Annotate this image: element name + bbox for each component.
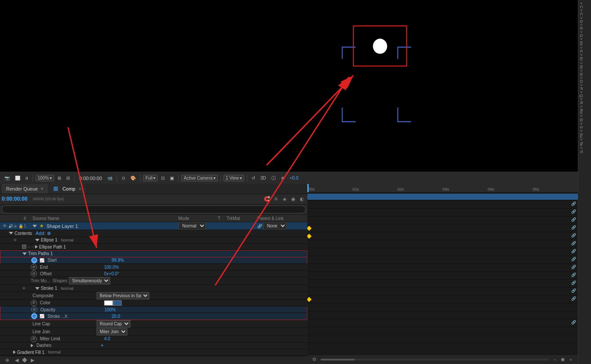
view-count-dropdown[interactable]: 1 View ▾: [223, 175, 244, 181]
effect-c1[interactable]: > C: [578, 2, 591, 9]
color-swatch[interactable]: [104, 300, 113, 306]
comp-tab[interactable]: Comp ≡: [49, 184, 86, 194]
effect-g[interactable]: > G: [578, 30, 591, 38]
frame-blend-btn[interactable]: ◉: [290, 195, 297, 202]
region-btn[interactable]: ⬜: [13, 175, 22, 181]
keyframe-nav-prev[interactable]: ◀: [13, 357, 20, 364]
new-comp-btn[interactable]: ⊕: [4, 357, 11, 364]
fit-btn[interactable]: ⊞: [56, 175, 63, 181]
color-link[interactable]: [113, 300, 122, 306]
keyframe-nav-next[interactable]: ▶: [29, 357, 36, 364]
gradient-expand[interactable]: [13, 350, 16, 354]
effect-su[interactable]: > Su: [578, 129, 591, 138]
timeline-zoom-out[interactable]: −: [551, 356, 559, 363]
timeline-scrollbar-thumb[interactable]: [321, 359, 355, 360]
render-queue-tab[interactable]: Render Queue ✕: [2, 184, 48, 194]
effect-ro[interactable]: > Ro: [578, 105, 591, 114]
timeline-zoom-in[interactable]: +: [567, 356, 574, 363]
camera-icon[interactable]: 📹: [105, 175, 114, 181]
ellipse-expand[interactable]: [35, 239, 40, 241]
timeline-ruler[interactable]: 00s 01s 02s 03s 04s 05s: [307, 184, 578, 193]
stroke-expand[interactable]: [35, 287, 40, 290]
miter-stopwatch[interactable]: ⏱: [31, 336, 37, 342]
reset-btn[interactable]: ↺: [250, 175, 257, 181]
lock-icon[interactable]: 🔒: [18, 223, 24, 229]
effect-r[interactable]: > R: [578, 97, 591, 105]
effect-si[interactable]: > Si: [578, 114, 591, 122]
effect-e[interactable]: > E: [578, 23, 591, 30]
composite-select[interactable]: Below Previous in Sa: [97, 292, 149, 299]
layer-btn[interactable]: ▣: [168, 175, 176, 181]
effect-te[interactable]: > Te: [578, 138, 591, 146]
motion-blur-btn[interactable]: ※: [272, 195, 279, 202]
layer-search-input[interactable]: [2, 205, 306, 213]
render-queue-close[interactable]: ✕: [40, 187, 44, 191]
color-btn[interactable]: 🎨: [129, 175, 137, 181]
line-join-select[interactable]: Miter Join: [97, 328, 127, 335]
keyframe-start[interactable]: [307, 234, 312, 238]
contents-expand[interactable]: [9, 232, 13, 234]
start-value[interactable]: 99.9%: [112, 258, 124, 263]
keyframe-add-btn[interactable]: [22, 358, 27, 363]
visibility-toggle[interactable]: 👁: [2, 223, 8, 229]
solo-icon[interactable]: ◉: [14, 224, 17, 228]
layer-color-btn[interactable]: ◐: [299, 195, 306, 202]
draft-btn[interactable]: ◈: [281, 195, 288, 202]
comp-tab-menu[interactable]: ≡: [79, 187, 81, 191]
timeline-scrollbar[interactable]: [321, 359, 549, 360]
ellipse-path-expand[interactable]: [35, 245, 38, 249]
timeline-zoom-slider[interactable]: ◉: [559, 356, 566, 363]
camera-view-dropdown[interactable]: Active Camera ▾: [181, 175, 218, 181]
info-btn[interactable]: ⓘ: [270, 175, 277, 182]
layer-track-bar[interactable]: [307, 194, 578, 200]
snapshot-btn[interactable]: 📷: [3, 175, 11, 181]
comp-btn[interactable]: ⊡: [159, 175, 166, 181]
stroke-width-stopwatch[interactable]: ⏱: [31, 313, 37, 319]
end-stopwatch[interactable]: ⏱: [31, 264, 37, 270]
effect-o[interactable]: > O: [578, 76, 591, 83]
stroke-width-value[interactable]: 20.0: [112, 314, 120, 319]
effect-m[interactable]: > M: [578, 61, 591, 69]
effect-s[interactable]: > S: [578, 122, 591, 129]
render-btn[interactable]: ⊕: [279, 175, 286, 181]
offset-stopwatch[interactable]: ⏱: [31, 270, 37, 277]
stroke-eye[interactable]: 👁: [22, 286, 26, 291]
effect-im[interactable]: > Im: [578, 37, 591, 46]
effect-ti[interactable]: > Ti: [578, 146, 591, 154]
keyframe-trim-start[interactable]: [307, 226, 312, 231]
effect-k[interactable]: > K: [578, 46, 591, 53]
timeline-settings-btn[interactable]: ⚙: [311, 356, 318, 363]
layer-mode-select[interactable]: Normal: [178, 222, 206, 230]
add-btn[interactable]: Add: ⊕: [36, 231, 51, 236]
quality-dropdown[interactable]: Full ▾: [143, 175, 158, 181]
trim-paths-expand[interactable]: [22, 252, 27, 255]
keyframe-stroke-width[interactable]: [307, 297, 312, 302]
layer-row-1[interactable]: 👁 🔊 ◉ 🔒 1 ★ Shape Layer 1 Normal: [0, 222, 307, 230]
alpha-btn[interactable]: α: [24, 175, 30, 181]
stroke-graph[interactable]: 📈: [39, 313, 45, 319]
miter-limit-value[interactable]: 4.0: [104, 336, 110, 341]
color-stopwatch[interactable]: ⏱: [31, 300, 37, 306]
current-time[interactable]: 0:00:00:00: [2, 196, 28, 202]
effect-n[interactable]: > N: [578, 69, 591, 76]
audio-icon[interactable]: 🔊: [8, 224, 13, 228]
effect-p[interactable]: > P: [578, 83, 591, 90]
dashes-add-btn[interactable]: +: [101, 342, 104, 349]
ellipse-eye[interactable]: 👁: [13, 238, 17, 242]
effect-c2[interactable]: > C: [578, 9, 591, 16]
layer-expand-arrow[interactable]: [32, 225, 37, 227]
3d-btn[interactable]: 3D: [259, 175, 268, 181]
dashes-expand[interactable]: [31, 344, 33, 347]
start-graph[interactable]: 📈: [39, 257, 45, 263]
opacity-value[interactable]: 100%: [105, 307, 116, 312]
trim-mode-select[interactable]: Simultaneously: [69, 277, 110, 285]
offset-value[interactable]: 0x+0.0°: [104, 271, 119, 276]
end-value[interactable]: 100.0%: [104, 265, 119, 270]
grid-btn[interactable]: ⊟: [65, 175, 72, 181]
start-stopwatch[interactable]: ⏱: [31, 257, 37, 263]
parent-select[interactable]: None: [263, 222, 287, 230]
opacity-stopwatch[interactable]: ⏱: [31, 306, 37, 313]
effect-q[interactable]: > Q: [578, 90, 591, 98]
zoom-dropdown[interactable]: 100% ▾: [36, 175, 54, 181]
effect-d[interactable]: > D: [578, 16, 591, 23]
